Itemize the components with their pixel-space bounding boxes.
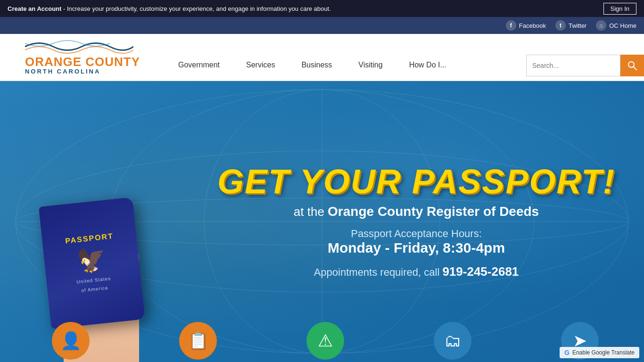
nav-government[interactable]: Government	[165, 50, 233, 81]
twitter-label: Twitter	[569, 22, 586, 29]
bottom-icon-clipboard[interactable]: 📋	[179, 322, 217, 360]
hero-subtitle: at the Orange County Register of Deeds	[207, 204, 625, 219]
logo: Orange County North Carolina	[25, 40, 140, 75]
bottom-icons-row: 👤 📋 ⚠ 🗂 ➤	[0, 320, 644, 362]
nav-how-do-i[interactable]: How Do I...	[396, 50, 460, 81]
hero-hours: Monday - Friday, 8:30-4pm	[207, 240, 625, 256]
hero-appt-label: Appointments required, call	[314, 266, 443, 278]
nav-visiting[interactable]: Visiting	[345, 50, 396, 81]
nav-bar: Government Services Business Visiting Ho…	[165, 50, 644, 81]
search-area	[526, 50, 644, 81]
passport-of-text: of America	[81, 285, 108, 293]
hero-appt-phone: 919-245-2681	[442, 264, 519, 279]
logo-area[interactable]: Orange County North Carolina	[0, 34, 165, 81]
logo-county-text: Orange County	[25, 56, 140, 68]
top-banner: Create an Account - Increase your produc…	[0, 0, 644, 17]
hero-content: GET YOUR PASSPORT! at the Orange County …	[198, 165, 635, 279]
google-g-icon: G	[564, 349, 570, 356]
logo-state-text: North Carolina	[25, 68, 100, 75]
svg-line-1	[634, 67, 636, 70]
facebook-link[interactable]: f Facebook	[506, 20, 546, 31]
passport-title-label: PASSPORT	[65, 232, 114, 246]
nav-business[interactable]: Business	[288, 50, 345, 81]
oc-home-label: OC Home	[609, 22, 636, 29]
social-bar: f Facebook t Twitter ⌂ OC Home	[0, 17, 644, 34]
sign-in-button[interactable]: Sign In	[603, 3, 636, 15]
translate-label: Enable Google Translate	[572, 349, 635, 356]
nav-services[interactable]: Services	[233, 50, 288, 81]
oc-home-link[interactable]: ⌂ OC Home	[596, 20, 636, 31]
twitter-icon: t	[555, 20, 566, 31]
logo-waves-graphic	[25, 40, 133, 54]
passport-country-text: United States	[76, 276, 111, 285]
search-button[interactable]	[620, 55, 644, 76]
nav-area: Government Services Business Visiting Ho…	[165, 34, 644, 81]
facebook-icon: f	[506, 20, 516, 31]
passport-eagle-icon: 🦅	[76, 245, 108, 275]
banner-message: - Increase your productivity, customize …	[61, 5, 330, 12]
search-icon	[627, 61, 637, 70]
home-icon: ⌂	[596, 20, 606, 31]
create-account-link[interactable]: Create an Account	[8, 5, 61, 12]
svg-point-0	[628, 62, 634, 67]
bottom-icon-person[interactable]: 👤	[52, 322, 90, 360]
bottom-icon-files[interactable]: 🗂	[434, 322, 471, 360]
passport-book: PASSPORT 🦅 United States of America	[39, 197, 145, 329]
search-input[interactable]	[526, 55, 620, 76]
hero-appt: Appointments required, call 919-245-2681	[207, 264, 625, 279]
header: Orange County North Carolina Government …	[0, 34, 644, 81]
google-translate-bar[interactable]: G Enable Google Translate	[560, 347, 639, 358]
hero-hours-label: Passport Acceptance Hours:	[207, 228, 625, 240]
facebook-label: Facebook	[519, 22, 546, 29]
bottom-icon-alert[interactable]: ⚠	[306, 322, 344, 360]
hero-subtitle-strong: Orange County Register of Deeds	[328, 204, 539, 219]
hero-title: GET YOUR PASSPORT!	[207, 165, 625, 198]
banner-text: Create an Account - Increase your produc…	[8, 5, 331, 12]
hero-subtitle-prefix: at the	[294, 205, 328, 219]
twitter-link[interactable]: t Twitter	[555, 20, 586, 31]
hero-section: PASSPORT 🦅 United States of America GET …	[0, 81, 644, 362]
